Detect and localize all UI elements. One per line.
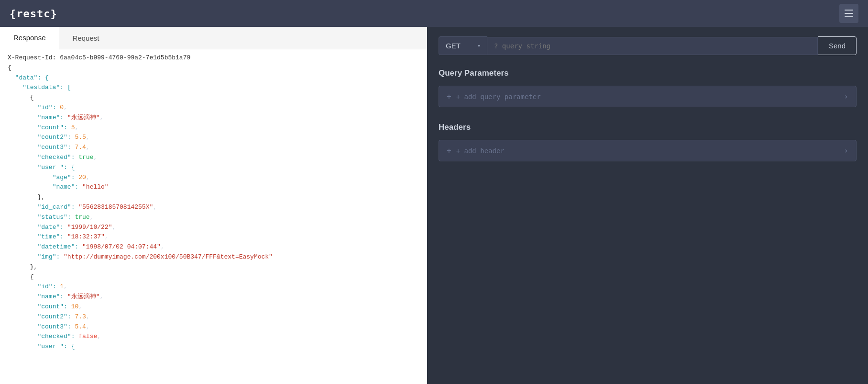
code-line: "count": 10, bbox=[8, 302, 419, 312]
menu-icon-line3 bbox=[845, 16, 853, 17]
plus-icon: + bbox=[447, 146, 451, 155]
add-header-label: + add header bbox=[456, 147, 505, 155]
send-button[interactable]: Send bbox=[818, 36, 857, 55]
code-line: "user ": { bbox=[8, 342, 419, 352]
code-line: "id": 1, bbox=[8, 282, 419, 292]
code-line: "count3": 5.4, bbox=[8, 322, 419, 332]
response-header-line: X-Request-Id: 6aa04c5-b999-4760-99a2-7e1… bbox=[8, 53, 419, 63]
code-line: { bbox=[8, 93, 419, 103]
code-line: "id_card": "55628318570814255X", bbox=[8, 203, 419, 213]
code-line: "time": "18:32:37", bbox=[8, 232, 419, 242]
tab-response[interactable]: Response bbox=[0, 27, 59, 49]
tab-request[interactable]: Request bbox=[59, 27, 113, 49]
code-line: "checked": true, bbox=[8, 153, 419, 163]
request-bar: GET POST PUT DELETE PATCH ▾ Send bbox=[439, 36, 857, 55]
code-line: "name": "永远滴神", bbox=[8, 292, 419, 302]
code-line: "name": "hello" bbox=[8, 182, 419, 192]
menu-icon-line2 bbox=[845, 13, 853, 14]
add-query-param-bar[interactable]: + + add query parameter › bbox=[439, 86, 857, 107]
code-line: "data": { bbox=[8, 73, 419, 83]
headers-title: Headers bbox=[439, 123, 857, 132]
app-header: {restc} bbox=[0, 0, 868, 27]
code-line: "count2": 7.3, bbox=[8, 312, 419, 322]
code-line: "age": 20, bbox=[8, 173, 419, 183]
code-line: "datetime": "1998/07/02 04:07:44", bbox=[8, 242, 419, 252]
code-line: "id": 0, bbox=[8, 103, 419, 113]
menu-icon-line1 bbox=[845, 10, 853, 11]
menu-button[interactable] bbox=[839, 4, 858, 23]
code-line: "status": true, bbox=[8, 213, 419, 223]
code-line: { bbox=[8, 63, 419, 73]
code-line: "count3": 7.4, bbox=[8, 143, 419, 153]
tab-bar: Response Request bbox=[0, 27, 427, 49]
code-line: "user ": { bbox=[8, 163, 419, 173]
code-line: "img": "http://dummyimage.com/200x100/50… bbox=[8, 252, 419, 262]
add-query-param-label: + add query parameter bbox=[456, 93, 541, 101]
right-panel: GET POST PUT DELETE PATCH ▾ Send Query P… bbox=[427, 27, 868, 384]
headers-section: Headers + + add header › bbox=[439, 123, 857, 175]
code-line: { bbox=[8, 272, 419, 282]
plus-icon: + bbox=[447, 92, 451, 101]
code-line: "count2": 5.5, bbox=[8, 133, 419, 143]
code-line: "date": "1999/10/22", bbox=[8, 223, 419, 233]
query-params-title: Query Parameters bbox=[439, 68, 857, 78]
method-selector[interactable]: GET POST PUT DELETE PATCH ▾ bbox=[439, 36, 487, 55]
app-logo: {restc} bbox=[10, 8, 57, 20]
code-line: }, bbox=[8, 192, 419, 203]
code-line: "testdata": [ bbox=[8, 83, 419, 93]
chevron-down-icon: ▾ bbox=[478, 43, 480, 48]
arrow-icon: › bbox=[844, 92, 848, 101]
code-line: "name": "永远滴神", bbox=[8, 113, 419, 123]
code-line: "count": 5, bbox=[8, 123, 419, 133]
main-layout: Response Request X-Request-Id: 6aa04c5-b… bbox=[0, 27, 868, 384]
add-header-bar[interactable]: + + add header › bbox=[439, 140, 857, 161]
code-line: }, bbox=[8, 262, 419, 272]
code-line: "checked": false, bbox=[8, 332, 419, 342]
arrow-icon: › bbox=[844, 146, 848, 155]
method-select-input[interactable]: GET POST PUT DELETE PATCH bbox=[446, 42, 474, 50]
url-input[interactable] bbox=[487, 37, 818, 55]
left-panel: Response Request X-Request-Id: 6aa04c5-b… bbox=[0, 27, 427, 384]
response-code-area[interactable]: X-Request-Id: 6aa04c5-b999-4760-99a2-7e1… bbox=[0, 49, 427, 384]
